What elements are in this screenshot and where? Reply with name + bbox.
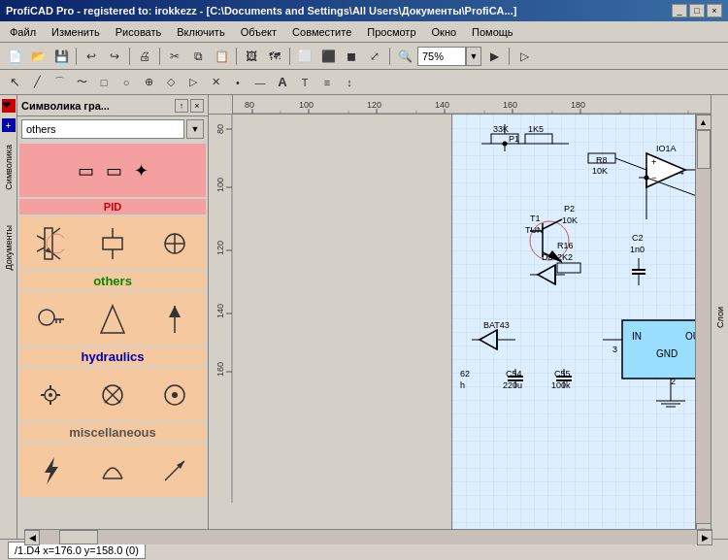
layers-tab[interactable]: Слои [713,301,727,334]
ellipse-tool[interactable]: ○ [116,73,137,92]
dome-symbol[interactable] [99,453,126,488]
right-arrow-btn[interactable]: ▶ [483,46,505,67]
menu-view[interactable]: Просмотр [361,24,421,40]
panel-close-button[interactable]: × [190,99,204,113]
paste-button[interactable]: 📋 [211,46,232,67]
poly-tool[interactable]: ◇ [160,73,182,92]
close-button[interactable]: × [707,4,722,17]
menu-edit[interactable]: Изменить [46,24,106,40]
window-title: ProfiCAD Pro - registered to: irokkezz -… [6,5,516,16]
pid-icon3[interactable]: ✦ [134,160,149,181]
image2-button[interactable]: 🗺 [264,46,285,67]
zoom-value[interactable]: 75% [417,47,466,66]
label-tool[interactable]: T [294,73,315,92]
resistor-symbol[interactable] [99,226,126,261]
menu-include[interactable]: Включить [171,24,230,40]
triangle-symbol[interactable] [99,302,126,337]
cross-circle-symbol[interactable] [99,378,126,412]
scroll-v-track[interactable] [696,130,711,523]
svg-text:BAT43: BAT43 [483,320,510,330]
scroll-v-thumb[interactable] [697,130,711,169]
symbol-grid: ▭ ▭ ✦ PID [17,142,208,539]
svg-text:+: + [651,157,656,167]
sym2-button[interactable]: ⬛ [317,46,339,67]
svg-text:2K2: 2K2 [557,252,573,262]
sidebar-tab-symbols[interactable]: Символика [2,138,16,197]
cut-button[interactable]: ✂ [164,46,185,67]
circle-tool[interactable]: ⊕ [138,73,159,92]
category-dropdown-button[interactable]: ▼ [186,119,204,139]
others-label: others [19,272,206,290]
svg-line-1 [37,236,45,240]
menu-align[interactable]: Совместите [286,24,357,40]
svg-text:IN: IN [632,331,642,342]
category-input[interactable] [21,119,184,139]
rect-tool[interactable]: □ [93,73,115,92]
sidebar-tab-documents[interactable]: Документы [2,218,16,277]
transistor-symbol[interactable] [37,226,64,261]
dimension-tool[interactable]: ↕ [339,73,360,92]
open-button[interactable]: 📂 [27,46,49,67]
sep2 [129,48,130,65]
symbol-header-buttons: ↑ × [175,99,204,113]
minimize-button[interactable]: _ [672,4,687,17]
arrow-tool[interactable]: ▷ [182,73,204,92]
dot-circle-symbol[interactable] [161,378,188,412]
pin-button[interactable]: ↑ [175,99,188,113]
key-symbol[interactable] [37,302,64,337]
menu-window[interactable]: Окно [426,24,463,40]
drawing-canvas[interactable]: 33K P1 1K5 R8 [452,115,695,539]
hz-line-tool[interactable]: — [249,73,271,92]
image-button[interactable]: 🖼 [241,46,262,67]
redo-button[interactable]: ↪ [104,46,125,67]
pid-label: PID [19,199,206,214]
main-area: ❤ + Символика Документы Символика гра...… [0,95,728,539]
menu-file[interactable]: Файл [4,24,42,40]
menu-draw[interactable]: Рисовать [110,24,168,40]
print-button[interactable]: 🖨 [134,46,155,67]
pid-icon1[interactable]: ▭ [78,160,94,181]
curve-tool[interactable]: 〜 [71,73,92,92]
svg-text:100k: 100k [551,380,571,390]
sym3-button[interactable]: ◼ [341,46,362,67]
svg-text:160: 160 [503,100,517,110]
lightning-symbol[interactable] [37,453,64,488]
nav-right-btn[interactable]: ▷ [513,46,535,67]
pid-icon2[interactable]: ▭ [106,160,122,181]
favorites-icon[interactable]: ❤ [2,99,16,113]
sym4-button[interactable]: ⤢ [364,46,385,67]
text-tool[interactable]: A [272,73,293,92]
select-tool[interactable]: ↖ [4,73,25,92]
xmark-tool[interactable]: ✕ [205,73,226,92]
component-icon[interactable]: + [2,118,16,132]
titlebar-buttons[interactable]: _ □ × [672,4,722,17]
line-tool[interactable]: ╱ [26,73,48,92]
scroll-up-button[interactable]: ▲ [696,115,711,130]
save-button[interactable]: 💾 [50,46,72,67]
maximize-button[interactable]: □ [689,4,705,17]
scroll-track[interactable] [209,530,697,539]
svg-line-4 [52,253,60,259]
diag-arrow-symbol[interactable] [161,453,188,488]
sym1-button[interactable]: ⬜ [294,46,315,67]
menu-help[interactable]: Помощь [466,24,519,40]
zoom-in-btn[interactable]: 🔍 [394,46,415,67]
new-button[interactable]: 📄 [4,46,25,67]
category-others: others [19,216,206,346]
zoom-dropdown[interactable]: ▼ [466,47,481,66]
multiline-tool[interactable]: ≡ [316,73,338,92]
crosshair-symbol[interactable] [161,226,188,261]
svg-text:100: 100 [299,100,314,110]
arrow-up-symbol[interactable] [161,302,188,337]
scroll-right-button[interactable]: ▶ [697,530,711,539]
main-toolbar: 📄 📂 💾 ↩ ↪ 🖨 ✂ ⧉ 📋 🖼 🗺 ⬜ ⬛ ◼ ⤢ 🔍 75% ▼ ▶ … [0,43,728,70]
copy-button[interactable]: ⧉ [187,46,209,67]
svg-point-30 [172,392,178,398]
gear-symbol[interactable] [37,378,64,412]
menu-object[interactable]: Объект [235,24,282,40]
dot-tool[interactable]: • [227,73,248,92]
zoom-control[interactable]: 75% ▼ [417,47,481,66]
undo-button[interactable]: ↩ [81,46,102,67]
sep6 [389,48,390,65]
arc-tool[interactable]: ⌒ [49,73,70,92]
